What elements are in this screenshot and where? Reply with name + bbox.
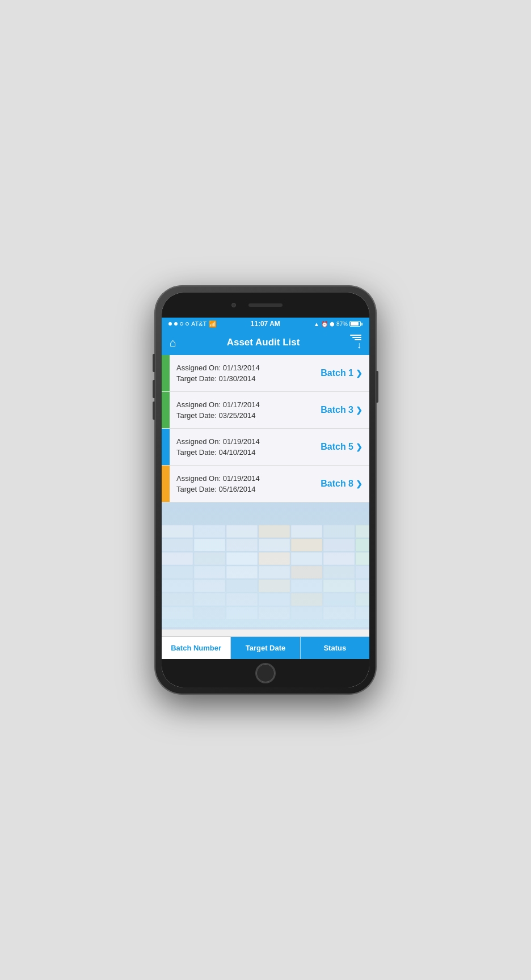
svg-rect-39 bbox=[259, 593, 290, 606]
tab-batch-number-label: Batch Number bbox=[171, 644, 221, 652]
content-area: Assigned On: 01/13/2014 Target Date: 01/… bbox=[162, 355, 369, 659]
svg-rect-14 bbox=[356, 539, 369, 551]
status-bar: AT&T 📶 11:07 AM ▲ ⏰ ⬢ 87% bbox=[162, 318, 369, 330]
battery-tip bbox=[361, 323, 363, 326]
svg-rect-40 bbox=[291, 593, 322, 606]
signal-dot-3 bbox=[180, 322, 183, 326]
svg-rect-4 bbox=[259, 525, 290, 538]
wifi-icon: 📶 bbox=[209, 320, 217, 328]
svg-rect-33 bbox=[291, 580, 322, 592]
svg-rect-30 bbox=[194, 580, 225, 592]
svg-rect-13 bbox=[323, 539, 355, 551]
svg-rect-18 bbox=[259, 552, 290, 565]
svg-rect-49 bbox=[356, 607, 369, 619]
svg-rect-12 bbox=[291, 539, 322, 551]
status-time: 11:07 AM bbox=[251, 320, 280, 328]
carrier-label: AT&T bbox=[191, 320, 206, 327]
svg-rect-15 bbox=[162, 552, 193, 565]
svg-rect-35 bbox=[356, 580, 369, 592]
sort-line-2 bbox=[352, 337, 361, 338]
signal-dot-4 bbox=[186, 322, 189, 326]
batch-list: Assigned On: 01/13/2014 Target Date: 01/… bbox=[162, 355, 369, 636]
svg-rect-26 bbox=[291, 566, 322, 578]
warehouse-background bbox=[162, 502, 369, 630]
svg-rect-38 bbox=[226, 593, 258, 606]
tab-batch-number[interactable]: Batch Number bbox=[162, 637, 231, 659]
batch-assigned-label-1: Assigned On: 01/13/2014 bbox=[176, 364, 307, 372]
tab-status-label: Status bbox=[323, 644, 346, 652]
batch-assigned-label-8: Assigned On: 01/19/2014 bbox=[176, 474, 307, 483]
warehouse-svg bbox=[162, 502, 369, 627]
home-button[interactable] bbox=[255, 663, 276, 683]
signal-dot-2 bbox=[174, 322, 178, 326]
svg-rect-34 bbox=[323, 580, 355, 592]
batch-info-3: Assigned On: 01/17/2014 Target Date: 03/… bbox=[170, 392, 314, 428]
signal-dot-1 bbox=[168, 322, 172, 326]
batch-name-1: Batch 1 bbox=[321, 368, 353, 378]
batch-info-5: Assigned On: 01/19/2014 Target Date: 04/… bbox=[170, 429, 314, 465]
svg-rect-3 bbox=[226, 525, 258, 538]
batch-assigned-label-3: Assigned On: 01/17/2014 bbox=[176, 400, 307, 409]
tab-status[interactable]: Status bbox=[301, 637, 369, 659]
batch-name-area-8: Batch 8 ❯ bbox=[314, 479, 369, 489]
list-item[interactable]: Assigned On: 01/13/2014 Target Date: 01/… bbox=[162, 355, 369, 392]
batch-name-3: Batch 3 bbox=[321, 405, 353, 415]
bottom-bezel bbox=[162, 659, 369, 687]
svg-rect-46 bbox=[259, 607, 290, 619]
svg-rect-7 bbox=[356, 525, 369, 538]
batch-info-8: Assigned On: 01/19/2014 Target Date: 05/… bbox=[170, 466, 314, 502]
tab-target-date-label: Target Date bbox=[246, 644, 286, 652]
svg-rect-27 bbox=[323, 566, 355, 578]
batch-target-label-3: Target Date: 03/25/2014 bbox=[176, 411, 307, 420]
sort-icon[interactable]: ↓ bbox=[350, 335, 361, 350]
location-icon: ▲ bbox=[314, 321, 319, 327]
svg-rect-24 bbox=[226, 566, 258, 578]
list-item[interactable]: Assigned On: 01/19/2014 Target Date: 04/… bbox=[162, 429, 369, 466]
svg-rect-47 bbox=[291, 607, 322, 619]
chevron-right-icon-1: ❯ bbox=[356, 369, 363, 378]
list-item[interactable]: Assigned On: 01/19/2014 Target Date: 05/… bbox=[162, 466, 369, 502]
svg-rect-10 bbox=[226, 539, 258, 551]
svg-rect-42 bbox=[356, 593, 369, 606]
tab-target-date[interactable]: Target Date bbox=[231, 637, 300, 659]
battery-body bbox=[349, 321, 361, 327]
sort-line-1 bbox=[350, 335, 361, 336]
batch-name-5: Batch 5 bbox=[321, 442, 353, 452]
alarm-icon: ⏰ bbox=[321, 321, 328, 327]
list-item[interactable]: Assigned On: 01/17/2014 Target Date: 03/… bbox=[162, 392, 369, 429]
camera bbox=[231, 303, 236, 307]
batch-color-bar-3 bbox=[162, 392, 170, 428]
warehouse-visual bbox=[162, 502, 369, 630]
battery-percent: 87% bbox=[336, 321, 348, 327]
status-left: AT&T 📶 bbox=[168, 320, 217, 328]
svg-rect-11 bbox=[259, 539, 290, 551]
batch-target-label-1: Target Date: 01/30/2014 bbox=[176, 374, 307, 383]
batch-target-label-8: Target Date: 05/16/2014 bbox=[176, 485, 307, 493]
batch-name-area-5: Batch 5 ❯ bbox=[314, 442, 369, 452]
batch-assigned-label-5: Assigned On: 01/19/2014 bbox=[176, 437, 307, 446]
nav-bar: ⌂ Asset Audit List ↓ bbox=[162, 330, 369, 355]
batch-target-label-5: Target Date: 04/10/2014 bbox=[176, 448, 307, 457]
batch-color-bar-8 bbox=[162, 466, 170, 502]
svg-rect-20 bbox=[323, 552, 355, 565]
svg-rect-16 bbox=[194, 552, 225, 565]
bottom-tab-bar: Batch Number Target Date Status bbox=[162, 636, 369, 659]
svg-rect-45 bbox=[226, 607, 258, 619]
batch-name-area-3: Batch 3 ❯ bbox=[314, 405, 369, 415]
svg-rect-21 bbox=[356, 552, 369, 565]
svg-rect-9 bbox=[194, 539, 225, 551]
home-icon[interactable]: ⌂ bbox=[170, 336, 176, 349]
svg-rect-2 bbox=[194, 525, 225, 538]
sort-arrow-icon: ↓ bbox=[357, 340, 361, 350]
svg-rect-29 bbox=[162, 580, 193, 592]
batch-name-8: Batch 8 bbox=[321, 479, 353, 489]
svg-rect-28 bbox=[356, 566, 369, 578]
top-bezel bbox=[162, 293, 369, 318]
svg-rect-48 bbox=[323, 607, 355, 619]
svg-rect-37 bbox=[194, 593, 225, 606]
phone-screen: AT&T 📶 11:07 AM ▲ ⏰ ⬢ 87% ⌂ Asset Audit bbox=[162, 293, 369, 687]
phone-device: AT&T 📶 11:07 AM ▲ ⏰ ⬢ 87% ⌂ Asset Audit bbox=[155, 286, 376, 694]
batch-name-area-1: Batch 1 ❯ bbox=[314, 368, 369, 378]
svg-rect-23 bbox=[194, 566, 225, 578]
page-title: Asset Audit List bbox=[227, 337, 300, 348]
